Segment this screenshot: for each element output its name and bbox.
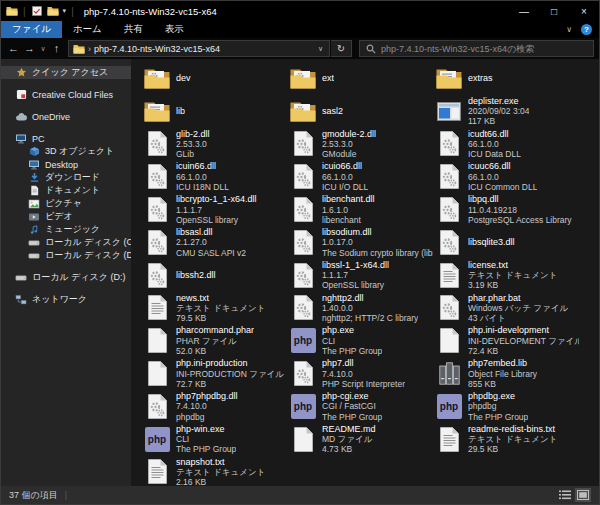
file-detail: テキスト ドキュメント — [176, 303, 265, 313]
file-tile[interactable]: readme-redist-bins.txtテキスト ドキュメント29.5 KB — [433, 423, 579, 456]
file-tile[interactable]: php7phpdbg.dll7.4.10.0phpdbg — [141, 390, 287, 423]
sidebar-item[interactable]: ミュージック — [1, 223, 131, 236]
sidebar-item-label: ダウンロード — [45, 171, 100, 184]
sidebar-item[interactable]: ローカル ディスク (D:) — [1, 249, 131, 262]
file-tile[interactable]: php7embed.libObject File Library855 KB — [433, 357, 579, 390]
file-tile[interactable]: libcrypto-1_1-x64.dll1.1.1.7OpenSSL libr… — [141, 193, 287, 226]
forward-button[interactable]: → — [22, 43, 37, 54]
address-dropdown-chevron-icon[interactable]: ∨ — [318, 45, 325, 53]
sidebar-item[interactable]: OneDrive — [1, 110, 131, 123]
file-detail: 2020/09/02 3:04 — [468, 106, 529, 116]
file-tile[interactable]: ext — [287, 62, 433, 95]
details-view-icon[interactable] — [557, 488, 573, 502]
php-icon: php — [433, 394, 465, 419]
download-icon — [28, 172, 40, 184]
file-tile[interactable]: license.txtテキスト ドキュメント3.19 KB — [433, 259, 579, 292]
file-tile[interactable]: icuio66.dll66.1.0.0ICU I/O DLL — [287, 160, 433, 193]
sidebar-item[interactable]: ローカル ディスク (C:) — [1, 236, 131, 249]
file-name: readme-redist-bins.txt — [468, 424, 557, 435]
file-tile[interactable]: news.txtテキスト ドキュメント79.5 KB — [141, 292, 287, 325]
file-tile[interactable]: libpq.dll11.0.4.19218PostgreSQL Access L… — [433, 193, 579, 226]
file-tile[interactable]: README.mdMD ファイル4.73 KB — [287, 423, 433, 456]
file-tile[interactable]: lib — [141, 95, 287, 128]
sidebar-item[interactable]: Desktop — [1, 158, 131, 171]
dll-icon — [141, 263, 173, 288]
recent-locations-chevron-icon[interactable]: ∨ — [38, 45, 48, 53]
php-icon: php — [141, 427, 173, 452]
tab-ribbon[interactable]: 表示 — [154, 21, 195, 38]
file-tile[interactable]: libsqlite3.dll — [433, 226, 579, 259]
file-tile[interactable]: libsodium.dll1.0.17.0The Sodium crypto l… — [287, 226, 433, 259]
dll-icon — [433, 131, 465, 156]
file-tile[interactable]: dev — [141, 62, 287, 95]
file-tile[interactable]: phpphp-win.exeCLIThe PHP Group — [141, 423, 287, 456]
expand-ribbon-chevron-icon[interactable]: ∨ — [566, 25, 572, 34]
back-button[interactable]: ← — [6, 43, 21, 54]
refresh-button[interactable]: ↻ — [331, 40, 352, 57]
file-tile[interactable]: php.ini-developmentINI-DEVELOPMENT ファイル7… — [433, 324, 579, 357]
file-tile[interactable]: libsasl.dll2.1.27.0CMU SASL API v2 — [141, 226, 287, 259]
sidebar-item[interactable]: ローカル ディスク (D:) — [1, 271, 131, 284]
tab-ribbon[interactable]: ホーム — [62, 21, 113, 38]
file-tile[interactable]: extras — [433, 62, 579, 95]
file-tile[interactable]: icuin66.dll66.1.0.0ICU I18N DLL — [141, 160, 287, 193]
docicon-icon — [28, 185, 40, 197]
file-tile[interactable]: libssh2.dll — [141, 259, 287, 292]
file-tile[interactable]: phpphp.exeCLIThe PHP Group — [287, 324, 433, 357]
file-tile[interactable]: libenchant.dll1.6.1.0libenchant — [287, 193, 433, 226]
file-tile[interactable]: snapshot.txtテキスト ドキュメント2.16 KB — [141, 456, 287, 486]
file-grid: devextextraslibsasl2deplister.exe2020/09… — [141, 62, 599, 486]
maximize-button[interactable]: □ — [539, 1, 569, 21]
file-tile[interactable]: php7.dll7.4.10.0PHP Script Interpreter — [287, 357, 433, 390]
tab-ribbon[interactable]: 共有 — [113, 21, 154, 38]
up-button[interactable]: ↑ — [49, 43, 64, 54]
file-tile[interactable]: nghttp2.dll1.40.0.0nghttp2; HTTP/2 C lib… — [287, 292, 433, 325]
file-tile[interactable]: gmodule-2.dll2.53.3.0GModule — [287, 128, 433, 161]
file-tile[interactable]: glib-2.dll2.53.3.0GLib — [141, 128, 287, 161]
address-bar[interactable]: › php-7.4.10-nts-Win32-vc15-x64 ∨ — [68, 40, 330, 57]
file-info: icuin66.dll66.1.0.0ICU I18N DLL — [173, 161, 229, 192]
new-folder-icon[interactable] — [47, 5, 59, 17]
sidebar-item[interactable]: ビデオ — [1, 210, 131, 223]
search-box[interactable] — [359, 40, 594, 57]
minimize-button[interactable]: — — [509, 1, 539, 21]
php-logo-icon: php — [145, 427, 170, 452]
file-tile[interactable]: phpphp-cgi.exeCGI / FastCGIThe PHP Group — [287, 390, 433, 423]
customize-qat-chevron-icon[interactable]: ▾ — [63, 7, 67, 15]
file-name: gmodule-2.dll — [322, 129, 376, 140]
close-button[interactable]: × — [569, 1, 599, 21]
file-tile[interactable]: deplister.exe2020/09/02 3:04117 KB — [433, 95, 579, 128]
file-tile[interactable]: sasl2 — [287, 95, 433, 128]
large-icons-view-icon[interactable] — [575, 488, 591, 502]
file-name: icuio66.dll — [322, 161, 368, 172]
dll-icon — [141, 131, 173, 156]
folderg-icon — [287, 100, 319, 122]
help-icon[interactable]: ? — [581, 24, 592, 35]
file-tile[interactable]: php.ini-productionINI-PRODUCTION ファイル72.… — [141, 357, 287, 390]
sidebar-item[interactable]: Creative Cloud Files — [1, 88, 131, 101]
sidebar-item[interactable]: PC — [1, 132, 131, 145]
txt-icon — [141, 459, 173, 484]
file-detail: INI-DEVELOPMENT ファイル — [468, 336, 579, 346]
sidebar-item[interactable]: ドキュメント — [1, 184, 131, 197]
sidebar-item[interactable]: 3D オブジェクト — [1, 145, 131, 158]
file-tile[interactable]: phar.phar.batWindows バッチ ファイル43 バイト — [433, 292, 579, 325]
pc-icon — [15, 133, 27, 145]
file-tile[interactable]: phpphpdbg.exephpdbgThe PHP Group — [433, 390, 579, 423]
properties-icon[interactable] — [31, 5, 43, 17]
file-detail: 52.0 KB — [176, 346, 254, 356]
sidebar-item[interactable]: ピクチャ — [1, 197, 131, 210]
file-info: ext — [319, 73, 334, 84]
breadcrumb[interactable]: php-7.4.10-nts-Win32-vc15-x64 — [94, 44, 220, 54]
search-input[interactable] — [381, 44, 588, 54]
file-tile[interactable]: icuuc66.dll66.1.0.0ICU Common DLL — [433, 160, 579, 193]
file-tile[interactable]: pharcommand.pharPHAR ファイル52.0 KB — [141, 324, 287, 357]
file-tile[interactable]: icudt66.dll66.1.0.0ICU Data DLL — [433, 128, 579, 161]
file-detail: The PHP Group — [176, 444, 236, 454]
tab-file[interactable]: ファイル — [1, 21, 62, 38]
file-tile[interactable]: libssl-1_1-x64.dll1.1.1.7OpenSSL library — [287, 259, 433, 292]
file-name: php.ini-production — [176, 358, 284, 369]
sidebar-item[interactable]: ダウンロード — [1, 171, 131, 184]
sidebar-item[interactable]: クイック アクセス — [1, 66, 131, 79]
sidebar-item[interactable]: ネットワーク — [1, 293, 131, 306]
